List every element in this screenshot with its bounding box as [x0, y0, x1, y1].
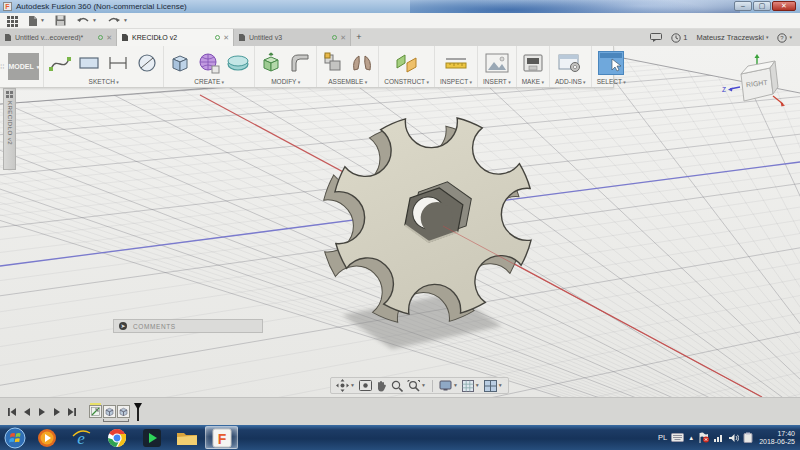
taskbar-explorer[interactable]: [170, 426, 203, 449]
sketch-spline-button[interactable]: [47, 51, 73, 75]
create-revolve-button[interactable]: [225, 51, 251, 75]
group-label-make[interactable]: MAKE: [520, 77, 546, 86]
timeline-play-button[interactable]: [36, 406, 48, 418]
look-at-button[interactable]: [358, 379, 373, 392]
group-label-modify[interactable]: MODIFY: [258, 77, 313, 86]
sketch-dimension-button[interactable]: [105, 51, 131, 75]
comments-label: COMMENTS: [133, 323, 176, 330]
dimension-icon: [107, 53, 129, 73]
view-cube[interactable]: RIGHT Z: [720, 54, 786, 114]
close-button[interactable]: ✕: [772, 1, 796, 11]
action-item-icon[interactable]: [743, 432, 753, 443]
sketch-circle-button[interactable]: [134, 51, 160, 75]
maximize-button[interactable]: ▢: [753, 1, 771, 11]
toolbar-group-sketch: SKETCH: [43, 46, 163, 87]
save-button[interactable]: [55, 15, 66, 26]
make-3d-print-button[interactable]: [520, 51, 546, 75]
svg-text:?: ?: [781, 35, 785, 41]
job-status-button[interactable]: 1: [671, 33, 687, 43]
extrude-feature-icon: [105, 407, 114, 416]
windows-taskbar: e F PL ▲ 17:40 2018-06-25: [0, 425, 800, 450]
orbit-button[interactable]: ▼: [335, 378, 356, 393]
viewports-caret-icon: ▼: [498, 383, 503, 388]
inspect-measure-button[interactable]: [443, 51, 469, 75]
tab-untitled-recovered[interactable]: Untitled v...ecovered)* ✕: [0, 29, 117, 46]
select-tool-button[interactable]: [598, 51, 624, 75]
tab-untitled-v3[interactable]: Untitled v3 ✕: [234, 29, 351, 46]
network-icon[interactable]: [713, 433, 724, 442]
comments-bar[interactable]: ➤ COMMENTS: [113, 319, 263, 333]
grid-snaps-button[interactable]: ▼: [461, 379, 481, 393]
tab-krecidlo-v2[interactable]: KRECIDŁO v2 ✕: [117, 29, 234, 46]
notifications-button[interactable]: [650, 33, 662, 42]
taskbar-fusion360[interactable]: F: [205, 426, 238, 449]
go-end-icon: [67, 407, 77, 417]
display-settings-button[interactable]: ▼: [438, 379, 459, 393]
construct-plane-button[interactable]: [394, 51, 420, 75]
tab-status-dot: [332, 35, 337, 40]
help-menu[interactable]: ? ▾: [777, 33, 792, 43]
addins-scripts-button[interactable]: [557, 51, 583, 75]
assemble-new-component-button[interactable]: [320, 51, 346, 75]
navbar-separator: [432, 380, 433, 392]
zoom-button[interactable]: [390, 379, 404, 393]
group-label-construct[interactable]: CONSTRUCT: [382, 77, 431, 86]
modify-press-pull-button[interactable]: [258, 51, 284, 75]
redo-button[interactable]: ▼: [107, 16, 128, 26]
hidden-icons-button[interactable]: ▲: [688, 435, 694, 441]
chat-bubble-icon: [650, 33, 662, 42]
group-label-create[interactable]: CREATE: [167, 77, 251, 86]
group-label-sketch[interactable]: SKETCH: [47, 77, 160, 86]
toolbar-group-create: CREATE: [163, 46, 254, 87]
file-menu-caret-icon: ▼: [40, 18, 45, 23]
group-label-addins[interactable]: ADD-INS: [553, 77, 588, 86]
workspace-selector[interactable]: MODEL ▾: [8, 53, 39, 80]
modify-fillet-button[interactable]: [287, 51, 313, 75]
fit-button[interactable]: ▼: [406, 379, 427, 393]
timeline-feature-extrude-1[interactable]: [103, 405, 116, 418]
data-panel-toggle[interactable]: [6, 15, 18, 27]
insert-image-button[interactable]: [484, 51, 510, 75]
undo-button[interactable]: ▼: [76, 16, 97, 26]
tab-close-icon[interactable]: ✕: [340, 34, 346, 42]
taskbar-internet-explorer[interactable]: e: [65, 426, 98, 449]
timeline-playhead[interactable]: [134, 403, 142, 421]
group-label-assemble[interactable]: ASSEMBLE: [320, 77, 375, 86]
timeline-feature-extrude-2[interactable]: [117, 405, 130, 418]
new-document-button[interactable]: +: [351, 29, 367, 46]
create-extrude-button[interactable]: [167, 51, 193, 75]
group-label-insert[interactable]: INSERT: [481, 77, 513, 86]
group-label-inspect[interactable]: INSPECT: [438, 77, 474, 86]
construction-plane-icon: [395, 52, 419, 74]
timeline-feature-sketch[interactable]: [89, 405, 102, 418]
timeline-step-forward-button[interactable]: [51, 406, 63, 418]
timeline-step-back-button[interactable]: [21, 406, 33, 418]
sketch-rectangle-button[interactable]: [76, 51, 102, 75]
keyboard-icon[interactable]: [671, 433, 684, 442]
tray-clock[interactable]: 17:40 2018-06-25: [759, 430, 795, 446]
taskbar-chrome[interactable]: [100, 426, 133, 449]
minimize-button[interactable]: –: [734, 1, 752, 11]
timeline-go-end-button[interactable]: [66, 406, 78, 418]
viewports-button[interactable]: ▼: [483, 379, 504, 393]
speaker-icon[interactable]: [728, 433, 739, 443]
timeline-go-start-button[interactable]: [6, 406, 18, 418]
pan-button[interactable]: [375, 379, 388, 393]
assemble-joint-button[interactable]: [349, 51, 375, 75]
user-menu[interactable]: Mateusz Traczewski ▾: [696, 33, 768, 42]
taskbar-media-player[interactable]: [30, 426, 63, 449]
language-indicator[interactable]: PL: [658, 433, 667, 442]
action-center-flag-icon[interactable]: [698, 432, 709, 443]
tab-close-icon[interactable]: ✕: [223, 34, 229, 42]
start-button[interactable]: [2, 426, 28, 449]
tab-close-icon[interactable]: ✕: [106, 34, 112, 42]
workspace-caret-icon: ▾: [37, 64, 40, 70]
workspace-label: MODEL: [8, 63, 33, 70]
file-menu-button[interactable]: ▼: [28, 15, 45, 27]
model-viewport[interactable]: ⁞⁞ MODEL ▾ SKETCH: [0, 46, 800, 397]
taskbar-video-app[interactable]: [135, 426, 168, 449]
create-form-button[interactable]: [196, 51, 222, 75]
browser-collapsed-tab[interactable]: KRECIDŁO v2: [3, 88, 16, 170]
new-component-icon: [322, 52, 344, 74]
group-label-select[interactable]: SELECT: [595, 77, 628, 86]
